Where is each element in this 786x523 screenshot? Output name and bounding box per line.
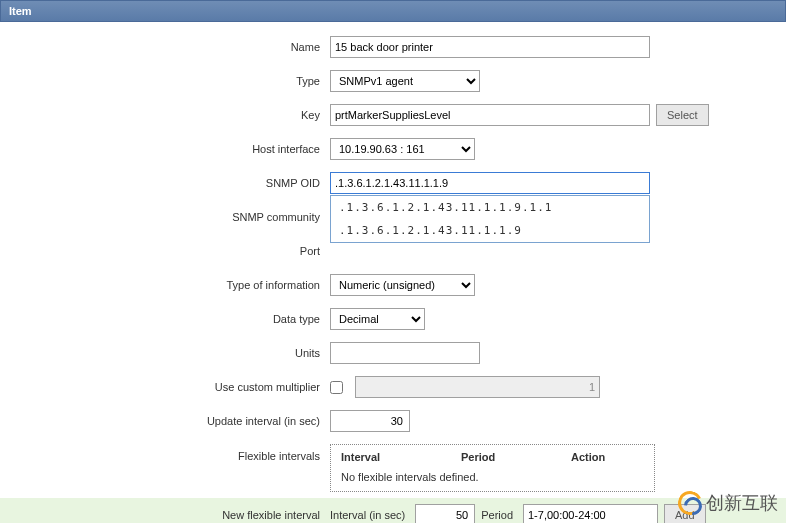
autocomplete-option[interactable]: .1.3.6.1.2.1.43.11.1.1.9.1.1 (331, 196, 649, 219)
row-new-flexible: New flexible interval Interval (in sec) … (0, 498, 786, 523)
row-flexible-intervals: Flexible intervals Interval Period Actio… (0, 438, 786, 498)
label-port: Port (0, 245, 330, 257)
label-type: Type (0, 75, 330, 87)
label-key: Key (0, 109, 330, 121)
snmp-oid-autocomplete: .1.3.6.1.2.1.43.11.1.1.9.1.1 .1.3.6.1.2.… (330, 195, 650, 243)
row-multiplier: Use custom multiplier (0, 370, 786, 404)
multiplier-input[interactable] (355, 376, 600, 398)
data-type-select[interactable]: Decimal (330, 308, 425, 330)
row-name: Name (0, 30, 786, 64)
units-input[interactable] (330, 342, 480, 364)
watermark: 创新互联 (678, 491, 778, 515)
multiplier-checkbox[interactable] (330, 381, 343, 394)
type-of-info-select[interactable]: Numeric (unsigned) (330, 274, 475, 296)
type-select[interactable]: SNMPv1 agent (330, 70, 480, 92)
label-snmp-oid: SNMP OID (0, 177, 330, 189)
label-multiplier: Use custom multiplier (0, 381, 330, 393)
flexible-intervals-box: Interval Period Action No flexible inter… (330, 444, 655, 492)
new-flex-interval-label: Interval (in sec) (330, 509, 405, 521)
label-update-interval: Update interval (in sec) (0, 415, 330, 427)
row-data-type: Data type Decimal (0, 302, 786, 336)
host-interface-select[interactable]: 10.19.90.63 : 161 (330, 138, 475, 160)
row-key: Key Select (0, 98, 786, 132)
row-snmp-oid: SNMP OID .1.3.6.1.2.1.43.11.1.1.9.1.1 .1… (0, 166, 786, 200)
row-type: Type SNMPv1 agent (0, 64, 786, 98)
col-action: Action (571, 451, 641, 463)
key-input[interactable] (330, 104, 650, 126)
watermark-icon (678, 491, 702, 515)
label-snmp-community: SNMP community (0, 211, 330, 223)
col-interval: Interval (341, 451, 461, 463)
label-type-of-info: Type of information (0, 279, 330, 291)
snmp-oid-input[interactable] (330, 172, 650, 194)
item-panel: Item Name Type SNMPv1 agent Key Select (0, 0, 786, 523)
flexible-headers: Interval Period Action (341, 451, 644, 463)
name-input[interactable] (330, 36, 650, 58)
new-flex-period-input[interactable] (523, 504, 658, 523)
select-button[interactable]: Select (656, 104, 709, 126)
label-name: Name (0, 41, 330, 53)
row-units: Units (0, 336, 786, 370)
label-data-type: Data type (0, 313, 330, 325)
label-new-flexible: New flexible interval (0, 509, 330, 521)
flexible-empty: No flexible intervals defined. (341, 471, 644, 485)
label-units: Units (0, 347, 330, 359)
update-interval-input[interactable] (330, 410, 410, 432)
row-type-of-info: Type of information Numeric (unsigned) (0, 268, 786, 302)
row-host-interface: Host interface 10.19.90.63 : 161 (0, 132, 786, 166)
col-period: Period (461, 451, 571, 463)
label-host-interface: Host interface (0, 143, 330, 155)
new-flex-interval-input[interactable] (415, 504, 475, 523)
watermark-text: 创新互联 (706, 491, 778, 515)
row-update-interval: Update interval (in sec) (0, 404, 786, 438)
form: Name Type SNMPv1 agent Key Select Host i… (0, 22, 786, 523)
autocomplete-option[interactable]: .1.3.6.1.2.1.43.11.1.1.9 (331, 219, 649, 242)
panel-title: Item (0, 0, 786, 22)
new-flex-period-label: Period (481, 509, 513, 521)
label-flexible-intervals: Flexible intervals (0, 444, 330, 462)
